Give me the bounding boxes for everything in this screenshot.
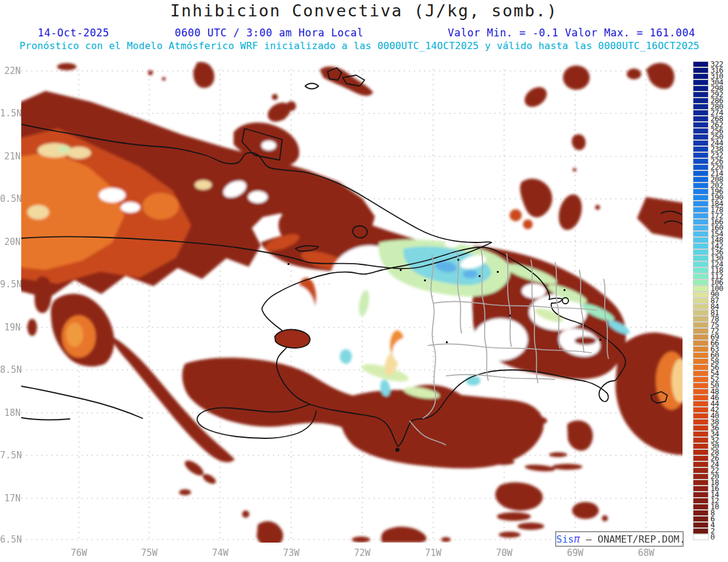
- colorbar-swatch: [693, 146, 709, 152]
- colorbar-swatch: [693, 395, 709, 401]
- colorbar-swatch: [693, 134, 709, 140]
- forecast-page: Inhibicion Convectiva (J/kg, somb.) 14-O…: [0, 0, 728, 562]
- colorbar-swatch: [693, 176, 709, 182]
- colorbar-swatch: [693, 383, 709, 389]
- colorbar-swatch: [693, 516, 709, 522]
- colorbar-swatch: [693, 152, 709, 158]
- y-axis-tick-label: 1.5N: [0, 108, 21, 119]
- colorbar-swatch: [693, 85, 709, 92]
- colorbar-swatch: [693, 504, 709, 510]
- colorbar-swatch: [693, 413, 709, 419]
- colorbar-swatch: [693, 158, 709, 164]
- colorbar-swatch: [693, 492, 709, 498]
- x-axis-tick-label: 69W: [558, 547, 592, 558]
- colorbar-swatch: [693, 358, 709, 364]
- colorbar-swatch: [693, 122, 709, 128]
- colorbar-swatch: [693, 522, 709, 528]
- header-date: 14-Oct-2025: [38, 27, 109, 39]
- x-axis-tick-label: 72W: [345, 547, 379, 558]
- colorbar-swatch: [693, 92, 709, 98]
- colorbar-swatch: [693, 98, 709, 104]
- colorbar-swatch: [693, 461, 709, 467]
- y-axis-tick-label: 21N: [0, 151, 21, 162]
- y-axis-tick-label: 7.5N: [0, 450, 21, 461]
- colorbar: 3223163103042982922862802742682622562502…: [693, 61, 728, 540]
- colorbar-swatch: [693, 370, 709, 376]
- colorbar-swatch: [693, 61, 709, 67]
- colorbar-swatch: [693, 340, 709, 346]
- colorbar-swatch: [693, 249, 709, 255]
- colorbar-swatch: [693, 467, 709, 473]
- colorbar-swatch: [693, 286, 709, 292]
- colorbar-swatch: [693, 473, 709, 480]
- colorbar-swatch: [693, 455, 709, 461]
- colorbar-row: 0: [693, 534, 728, 540]
- y-axis-tick-label: 8.5N: [0, 364, 21, 375]
- colorbar-swatch: [693, 225, 709, 231]
- header-minmax-values: Valor Min. = -0.1 Valor Max. = 161.004: [448, 27, 695, 39]
- colorbar-swatch: [693, 419, 709, 425]
- y-axis-tick-label: 9.5N: [0, 279, 21, 290]
- colorbar-swatch: [693, 431, 709, 437]
- pi-symbol: π: [574, 533, 580, 545]
- colorbar-swatch: [693, 328, 709, 334]
- colorbar-swatch: [693, 219, 709, 225]
- colorbar-swatch: [693, 140, 709, 146]
- attribution-box: Sisπ – ONAMET/REP.DOM.: [555, 531, 684, 547]
- colorbar-swatch: [693, 213, 709, 219]
- colorbar-swatch: [693, 298, 709, 304]
- colorbar-swatch: [693, 292, 709, 298]
- colorbar-swatch: [693, 237, 709, 243]
- forecast-map: [21, 61, 682, 543]
- colorbar-swatch: [693, 334, 709, 340]
- colorbar-swatch: [693, 346, 709, 352]
- colorbar-swatch: [693, 79, 709, 85]
- x-axis-tick-label: 73W: [274, 547, 308, 558]
- colorbar-swatch: [693, 316, 709, 322]
- colorbar-swatch: [693, 389, 709, 395]
- colorbar-swatch: [693, 207, 709, 213]
- y-axis-tick-label: 19N: [0, 322, 21, 333]
- colorbar-swatch: [693, 231, 709, 237]
- x-axis-tick-label: 75W: [132, 547, 166, 558]
- attribution-app-name: Sis: [556, 534, 574, 545]
- colorbar-swatch: [693, 116, 709, 122]
- colorbar-swatch: [693, 498, 709, 504]
- colorbar-swatch: [693, 67, 709, 73]
- colorbar-swatch: [693, 407, 709, 413]
- colorbar-swatch: [693, 182, 709, 189]
- colorbar-swatch: [693, 273, 709, 279]
- colorbar-swatch: [693, 261, 709, 267]
- colorbar-swatch: [693, 364, 709, 370]
- cin-shading: [21, 62, 682, 543]
- y-axis-tick-label: 22N: [0, 65, 21, 76]
- colorbar-swatch: [693, 449, 709, 455]
- y-axis-tick-label: 20N: [0, 236, 21, 247]
- header-valid-time: 0600 UTC / 3:00 am Hora Local: [175, 27, 363, 39]
- colorbar-swatch: [693, 443, 709, 449]
- y-axis-tick-label: 6.5N: [0, 534, 21, 545]
- colorbar-swatch: [693, 401, 709, 407]
- x-axis-tick-label: 76W: [62, 547, 96, 558]
- colorbar-swatch: [693, 110, 709, 116]
- x-axis-tick-label: 70W: [487, 547, 521, 558]
- x-axis-tick-label: 68W: [629, 547, 663, 558]
- colorbar-swatch: [693, 170, 709, 176]
- colorbar-swatch: [693, 437, 709, 443]
- x-axis-tick-label: 74W: [203, 547, 237, 558]
- colorbar-swatch: [693, 534, 709, 540]
- colorbar-swatch: [693, 352, 709, 358]
- x-axis-tick-label: 71W: [416, 547, 450, 558]
- page-title: Inhibicion Convectiva (J/kg, somb.): [0, 1, 728, 20]
- colorbar-swatch: [693, 304, 709, 310]
- colorbar-swatch: [693, 267, 709, 273]
- colorbar-swatch: [693, 376, 709, 383]
- colorbar-swatch: [693, 480, 709, 486]
- colorbar-swatch: [693, 201, 709, 207]
- colorbar-swatch: [693, 310, 709, 316]
- y-axis-tick-label: 0.5N: [0, 193, 21, 204]
- colorbar-swatch: [693, 164, 709, 170]
- colorbar-swatch: [693, 104, 709, 110]
- colorbar-swatch: [693, 528, 709, 534]
- header-forecast-line: Pronóstico con el Modelo Atmósferico WRF…: [0, 40, 719, 52]
